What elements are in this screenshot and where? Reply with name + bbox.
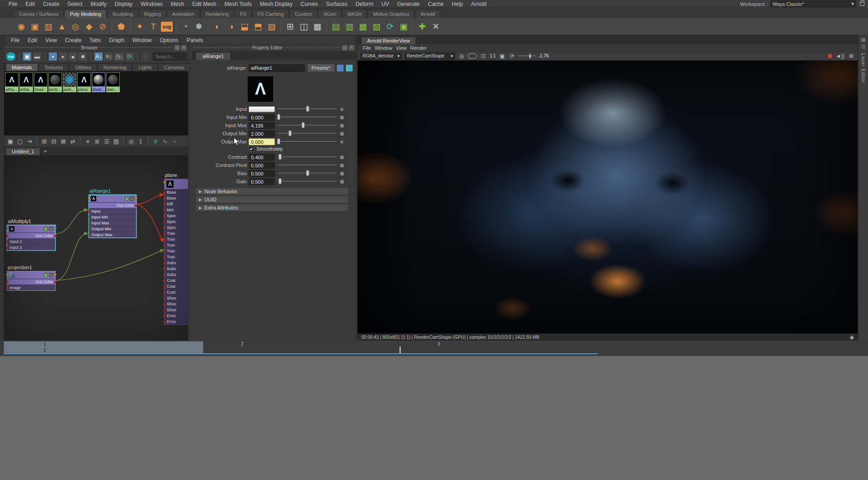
node-badge[interactable]: ≡ xyxy=(49,227,53,231)
shelf-tab-mash[interactable]: MASH xyxy=(342,10,367,18)
frame-all-icon[interactable]: ▣ xyxy=(6,137,15,146)
node-output-row[interactable]: Out Color xyxy=(7,279,55,285)
node-input-row[interactable]: Tran xyxy=(165,236,188,242)
attribute-field[interactable]: 0.000 xyxy=(249,114,275,121)
clear-graph-icon[interactable]: ⊠ xyxy=(59,137,68,146)
material-swatch-parti[interactable]: parti... xyxy=(63,72,76,92)
shelf-boolean-union-icon[interactable]: ◐ xyxy=(211,20,224,33)
sidebar-grid-icon[interactable]: ▤ xyxy=(861,37,865,42)
attribute-slider[interactable] xyxy=(278,130,337,137)
shelf-poly-cone-icon[interactable]: ▲ xyxy=(56,20,68,33)
node-port-red[interactable] xyxy=(6,287,8,289)
material-swatch-plane[interactable]: Λplane xyxy=(77,72,91,92)
shelf-tab-arnold[interactable]: Arnold xyxy=(415,10,440,18)
playback-range[interactable] xyxy=(4,341,203,353)
node-input-row[interactable]: Coat xyxy=(165,277,188,283)
node-port-red[interactable] xyxy=(54,235,57,237)
node-badge[interactable]: ≡ xyxy=(49,273,53,277)
node-input-row[interactable]: Spec xyxy=(165,213,188,219)
collapsible-section-header[interactable]: ▶ Extra Attributes xyxy=(196,204,349,211)
node-input-row[interactable]: Coat xyxy=(165,283,188,289)
shelf-poly-cube-icon[interactable]: ▣ xyxy=(28,20,41,33)
shelf-freeze-icon[interactable]: ❄ xyxy=(193,20,205,33)
node-port-red[interactable] xyxy=(163,321,165,323)
image-badge-icon[interactable]: ▣ xyxy=(850,335,854,340)
shelf-poly-cylinder-icon[interactable]: ▥ xyxy=(42,20,55,33)
collapsible-section-header[interactable]: ▶ UUID xyxy=(196,196,349,203)
node-badge[interactable]: S xyxy=(43,273,48,277)
lock-icon[interactable] xyxy=(860,2,864,6)
material-swatch-aiRa[interactable]: ΛaiRa... xyxy=(5,72,19,92)
shelf-poly-torus-icon[interactable]: ◎ xyxy=(69,20,82,33)
node-port-red[interactable] xyxy=(163,291,165,294)
node-port-red[interactable] xyxy=(6,247,8,249)
menu-item[interactable]: Curves xyxy=(297,1,322,7)
node-input-row[interactable]: Emis xyxy=(165,318,188,324)
node-aiRange1[interactable]: aiRange1ΛS≡Out ColorInputInput MinInput … xyxy=(89,188,137,238)
node-input-row[interactable]: Shee xyxy=(165,301,188,307)
attribute-slider[interactable] xyxy=(278,138,337,145)
aov-dropdown[interactable]: RGBA_denoise ▾ xyxy=(360,52,402,60)
attribute-slider[interactable] xyxy=(278,170,337,176)
node-input-row[interactable]: Spec xyxy=(165,224,188,230)
material-swatch-shad[interactable]: shad... xyxy=(92,72,105,92)
node-port-green[interactable] xyxy=(88,222,90,224)
attribute-slider[interactable] xyxy=(278,122,337,128)
display-connected-icon[interactable]: ≣ xyxy=(93,137,102,146)
sort-by-type-button[interactable]: ≡↓ xyxy=(104,52,113,61)
node-output-row[interactable]: Out Color xyxy=(89,202,136,208)
shelf-separate-icon[interactable]: ⬒ xyxy=(252,20,264,33)
material-tab-lights[interactable]: Lights xyxy=(132,63,157,71)
map-button[interactable]: ▨ xyxy=(339,162,345,168)
node-port-red[interactable] xyxy=(163,315,165,317)
current-frame-marker[interactable] xyxy=(400,347,401,353)
regraph-icon[interactable]: ⇄ xyxy=(68,137,77,146)
node-port-red[interactable] xyxy=(6,241,8,243)
panel-drag-dots[interactable] xyxy=(284,47,340,48)
shelf-tab-xgen[interactable]: XGen xyxy=(318,10,341,18)
renderview-tab[interactable]: Arnold RenderView xyxy=(361,37,416,44)
grid-toggle-icon[interactable]: # xyxy=(151,137,160,146)
node-port-red[interactable] xyxy=(163,215,165,217)
sort-by-name-button[interactable]: A↓ xyxy=(94,52,103,61)
node-input-row[interactable]: Base xyxy=(165,195,188,201)
shelf-tab-curves-surfaces[interactable]: Curves / Surfaces xyxy=(14,10,64,18)
node-input-row[interactable]: Image xyxy=(7,285,55,290)
snapshot-icon[interactable]: ⊡ xyxy=(480,53,487,59)
exposure-slider-handle[interactable] xyxy=(529,54,531,58)
node-port-teal[interactable] xyxy=(54,227,57,229)
camera-dropdown[interactable]: RenderCamShape ▾ xyxy=(405,52,455,60)
material-swatch-aiSta[interactable]: ΛaiSta... xyxy=(19,72,33,92)
attribute-field[interactable]: 0.500 xyxy=(249,178,275,185)
node-input-row[interactable]: Tran xyxy=(165,254,188,260)
attribute-field[interactable]: 2.000 xyxy=(249,130,275,137)
node-port-red[interactable] xyxy=(54,281,57,283)
hypershade-menu-item[interactable]: Edit xyxy=(24,37,41,43)
sidebar-panel-icon[interactable]: ◫ xyxy=(861,44,865,49)
shelf-append-poly-icon[interactable]: ▧ xyxy=(370,20,383,33)
shelf-poly-plane-icon[interactable]: ◆ xyxy=(83,20,95,33)
menu-item[interactable]: Display xyxy=(111,1,137,7)
node-port-red[interactable] xyxy=(163,244,165,247)
node-port-red[interactable] xyxy=(163,297,165,299)
node-preview-swatch[interactable]: Λ xyxy=(248,76,273,102)
slider-handle[interactable] xyxy=(306,106,309,112)
rendered-image[interactable] xyxy=(358,61,858,333)
exposure-slider[interactable] xyxy=(519,53,536,59)
pin-node-icon[interactable]: ▫ xyxy=(170,137,179,146)
attribute-slider[interactable] xyxy=(278,178,337,185)
attribute-slider[interactable] xyxy=(278,162,337,168)
slider-handle[interactable] xyxy=(277,138,280,144)
attribute-slider[interactable] xyxy=(278,154,337,160)
attribute-slider[interactable] xyxy=(278,106,337,112)
menu-item[interactable]: File xyxy=(5,1,21,7)
shelf-poly-disc-icon[interactable]: ⊘ xyxy=(96,20,109,33)
menu-item[interactable]: Generate xyxy=(393,1,424,7)
property-editor-node-tab[interactable]: aiRange1 xyxy=(196,52,231,60)
node-port-red[interactable] xyxy=(163,191,165,194)
renderview-menu-item[interactable]: View xyxy=(396,45,410,51)
menu-item[interactable]: Surfaces xyxy=(322,1,351,7)
shelf-tab-sculpting[interactable]: Sculpting xyxy=(107,10,138,18)
shelf-cleanup-icon[interactable]: ✕ xyxy=(429,20,442,33)
region-tool-icon[interactable] xyxy=(468,53,477,59)
